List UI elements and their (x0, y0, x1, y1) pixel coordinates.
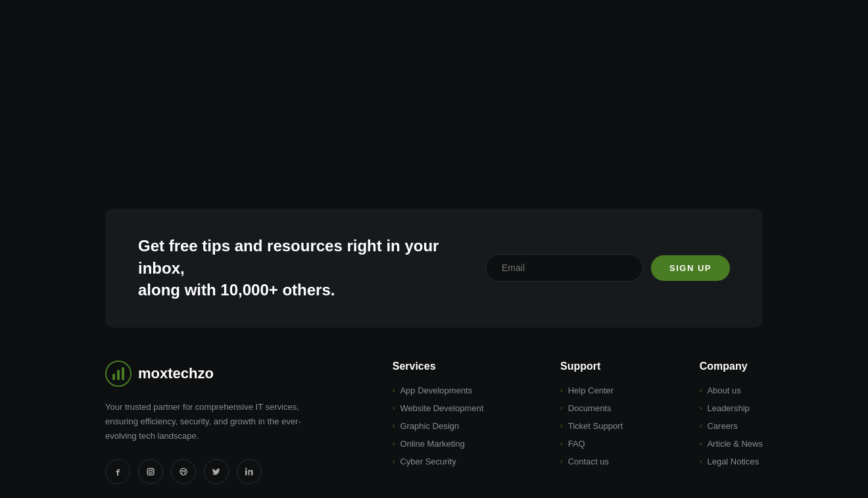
company-careers-link[interactable]: Careers (707, 421, 737, 431)
arrow-icon: › (393, 457, 395, 465)
support-documents-link[interactable]: Documents (568, 403, 612, 413)
list-item: › Website Development (393, 403, 484, 413)
signup-button[interactable]: SIGN UP (651, 255, 730, 281)
company-article-link[interactable]: Article & News (707, 439, 763, 449)
services-app-dev-link[interactable]: App Developments (400, 386, 472, 395)
svg-point-3 (180, 468, 187, 475)
brand-description: Your trusted partner for comprehensive I… (105, 400, 316, 443)
newsletter-section: Get free tips and resources right in you… (105, 209, 763, 328)
footer-services-col: Services › App Developments › Website De… (393, 361, 484, 484)
support-heading: Support (560, 361, 623, 372)
logo-bar-2 (117, 370, 120, 380)
services-online-marketing-link[interactable]: Online Marketing (400, 439, 464, 449)
newsletter-headline: Get free tips and resources right in you… (138, 235, 467, 301)
facebook-icon[interactable] (105, 459, 130, 484)
newsletter-text: Get free tips and resources right in you… (138, 235, 467, 301)
list-item: › App Developments (393, 386, 484, 395)
list-item: › Leadership (700, 403, 763, 413)
company-legal-link[interactable]: Legal Notices (707, 457, 759, 466)
list-item: › Graphic Design (393, 421, 484, 431)
support-help-center-link[interactable]: Help Center (568, 386, 614, 395)
arrow-icon: › (560, 386, 563, 394)
support-list: › Help Center › Documents › Ticket Suppo… (560, 386, 623, 466)
support-ticket-link[interactable]: Ticket Support (568, 421, 623, 431)
instagram-icon[interactable] (138, 459, 163, 484)
logo-bar-1 (112, 374, 115, 380)
footer-support-col: Support › Help Center › Documents › Tick… (560, 361, 623, 484)
list-item: › Documents (560, 403, 623, 413)
footer-main: moxtechzo Your trusted partner for compr… (0, 328, 868, 498)
services-heading: Services (393, 361, 484, 372)
logo-bar-3 (122, 367, 124, 380)
arrow-icon: › (700, 439, 702, 447)
arrow-icon: › (393, 404, 395, 412)
logo-icon (105, 361, 132, 387)
svg-rect-4 (245, 470, 247, 476)
services-list: › App Developments › Website Development… (393, 386, 484, 466)
arrow-icon: › (700, 386, 702, 394)
svg-point-5 (245, 468, 247, 470)
support-contact-link[interactable]: Contact us (568, 457, 609, 466)
list-item: › Careers (700, 421, 763, 431)
company-heading: Company (700, 361, 763, 372)
footer-brand: moxtechzo Your trusted partner for compr… (105, 361, 316, 484)
logo-text: moxtechzo (138, 365, 214, 382)
company-list: › About us › Leadership › Careers › Arti… (700, 386, 763, 466)
arrow-icon: › (700, 422, 702, 430)
linkedin-icon[interactable] (237, 459, 262, 484)
services-website-dev-link[interactable]: Website Development (400, 403, 483, 413)
footer-company-col: Company › About us › Leadership › Career… (700, 361, 763, 484)
arrow-icon: › (560, 404, 563, 412)
list-item: › Article & News (700, 439, 763, 449)
svg-point-1 (149, 470, 153, 474)
logo-bars (112, 367, 124, 380)
svg-point-2 (153, 469, 153, 470)
services-graphic-design-link[interactable]: Graphic Design (400, 421, 459, 431)
list-item: › Contact us (560, 457, 623, 466)
list-item: › About us (700, 386, 763, 395)
arrow-icon: › (393, 422, 395, 430)
arrow-icon: › (560, 457, 563, 465)
dribbble-icon[interactable] (171, 459, 196, 484)
arrow-icon: › (560, 439, 563, 447)
arrow-icon: › (560, 422, 563, 430)
social-icons (105, 459, 316, 484)
twitter-icon[interactable] (204, 459, 229, 484)
services-cyber-security-link[interactable]: Cyber Security (400, 457, 456, 466)
arrow-icon: › (700, 457, 702, 465)
company-about-link[interactable]: About us (707, 386, 740, 395)
arrow-icon: › (700, 404, 702, 412)
logo-wrap: moxtechzo (105, 361, 316, 387)
arrow-icon: › (393, 439, 395, 447)
list-item: › Online Marketing (393, 439, 484, 449)
newsletter-form: SIGN UP (485, 254, 730, 282)
company-leadership-link[interactable]: Leadership (707, 403, 749, 413)
list-item: › Ticket Support (560, 421, 623, 431)
support-faq-link[interactable]: FAQ (568, 439, 585, 449)
list-item: › FAQ (560, 439, 623, 449)
arrow-icon: › (393, 386, 395, 394)
list-item: › Legal Notices (700, 457, 763, 466)
list-item: › Cyber Security (393, 457, 484, 466)
email-input[interactable] (485, 254, 643, 282)
list-item: › Help Center (560, 386, 623, 395)
